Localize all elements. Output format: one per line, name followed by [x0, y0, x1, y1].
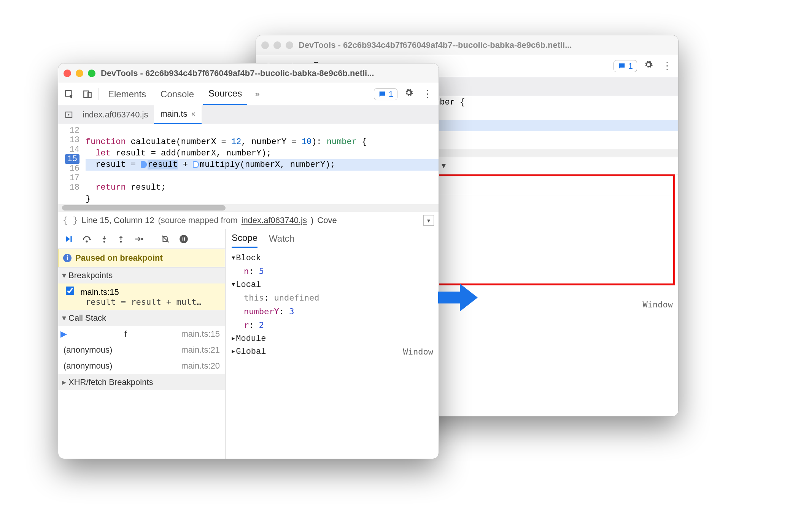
svg-rect-13 — [183, 237, 183, 241]
tabstrip-front: Elements Console Sources » 1 ⋮ — [58, 83, 439, 105]
message-icon — [618, 62, 626, 70]
watch-tab[interactable]: Watch — [269, 229, 294, 248]
xhr-breakpoints-section[interactable]: XHR/fetch Breakpoints — [58, 374, 225, 390]
stack-frame[interactable]: (anonymous)main.ts:20 — [58, 358, 225, 374]
window-title: DevTools - 62c6b934c4b7f676049af4b7--buc… — [299, 40, 673, 50]
breakpoint-checkbox[interactable] — [66, 287, 74, 295]
settings-icon[interactable] — [641, 60, 656, 72]
kebab-menu[interactable]: ⋮ — [660, 60, 674, 72]
code-editor-front[interactable]: 12 13 14 15 16 17 18 function calculate(… — [58, 124, 439, 204]
window-title: DevTools - 62c6b934c4b7f676049af4b7--buc… — [101, 68, 433, 78]
scope-block[interactable]: ▾Block — [231, 252, 433, 265]
traffic-lights[interactable] — [64, 70, 95, 77]
svg-point-8 — [86, 240, 87, 242]
step-over-icon[interactable] — [82, 234, 92, 244]
notification-pill[interactable]: 1 — [374, 88, 397, 100]
tab-console[interactable]: Console — [155, 83, 199, 105]
debugger-toolbar — [58, 229, 225, 249]
debugger-left-panel: i Paused on breakpoint Breakpoints main.… — [58, 229, 226, 459]
breakpoint-item[interactable]: main.ts:15 result = result + mult… — [58, 283, 225, 310]
resume-icon[interactable] — [64, 234, 73, 244]
file-tab-index[interactable]: index.af063740.js — [76, 105, 154, 124]
callstack-section[interactable]: Call Stack — [58, 310, 225, 326]
tab-sources[interactable]: Sources — [203, 83, 247, 105]
pause-exceptions-icon[interactable] — [179, 234, 189, 244]
svg-point-12 — [180, 235, 188, 243]
scope-tab[interactable]: Scope — [232, 229, 257, 248]
tab-elements[interactable]: Elements — [103, 83, 151, 105]
titlebar-front[interactable]: DevTools - 62c6b934c4b7f676049af4b7--buc… — [58, 63, 439, 83]
tabs-overflow[interactable]: » — [251, 89, 263, 99]
filebar-front: index.af063740.js main.ts× — [58, 105, 439, 124]
breakpoint-line-marker[interactable]: 15 — [65, 154, 79, 164]
annotation-arrow — [438, 281, 478, 314]
traffic-lights[interactable] — [261, 41, 293, 49]
device-toolbar-icon[interactable] — [80, 87, 95, 101]
step-out-icon[interactable] — [117, 234, 125, 244]
inspect-icon[interactable] — [62, 87, 76, 101]
coverage-dropdown[interactable]: ▾ — [423, 215, 434, 226]
file-tab-main[interactable]: main.ts× — [154, 105, 202, 124]
notification-pill[interactable]: 1 — [613, 60, 637, 72]
devtools-window-front: DevTools - 62c6b934c4b7f676049af4b7--buc… — [58, 63, 439, 459]
message-icon — [378, 90, 386, 98]
stack-frame[interactable]: fmain.ts:15 — [58, 326, 225, 342]
coverage-dropdown[interactable]: ▾ — [442, 161, 446, 171]
paused-banner: i Paused on breakpoint — [58, 249, 225, 267]
cursor-position: Line 15, Column 12 — [82, 215, 154, 225]
scope-panel-front: Scope Watch ▾Block n: 5 ▾Local this: und… — [226, 229, 439, 459]
close-icon[interactable]: × — [191, 110, 195, 119]
stack-frame[interactable]: (anonymous)main.ts:21 — [58, 342, 225, 358]
svg-rect-14 — [184, 237, 185, 241]
svg-point-10 — [120, 241, 122, 243]
info-icon: i — [63, 254, 72, 262]
line-gutter[interactable]: 12 13 14 15 16 17 18 — [58, 124, 83, 204]
kebab-menu[interactable]: ⋮ — [420, 88, 435, 100]
source-map-link[interactable]: index.af063740.js — [242, 215, 307, 225]
step-into-icon[interactable] — [100, 234, 108, 244]
deactivate-breakpoints-icon[interactable] — [161, 234, 170, 244]
step-marker-outline-icon — [193, 161, 199, 168]
step-icon[interactable] — [134, 234, 143, 244]
step-marker-icon — [141, 161, 147, 168]
pretty-print-icon[interactable]: { } — [63, 216, 78, 225]
svg-rect-7 — [70, 236, 72, 242]
scope-local[interactable]: ▾Local — [231, 279, 433, 291]
scope-global[interactable]: ▸GlobalWindow — [231, 345, 433, 358]
settings-icon[interactable] — [401, 88, 416, 100]
status-bar-front: { } Line 15, Column 12 (source mapped fr… — [58, 212, 439, 229]
navigator-toggle-icon[interactable] — [61, 105, 76, 124]
svg-point-11 — [141, 238, 143, 240]
scope-module[interactable]: ▸Module — [231, 332, 433, 345]
svg-point-9 — [103, 241, 105, 243]
breakpoints-section[interactable]: Breakpoints — [58, 267, 225, 283]
horizontal-scrollbar[interactable] — [58, 204, 439, 212]
titlebar-back[interactable]: DevTools - 62c6b934c4b7f676049af4b7--buc… — [256, 35, 678, 55]
